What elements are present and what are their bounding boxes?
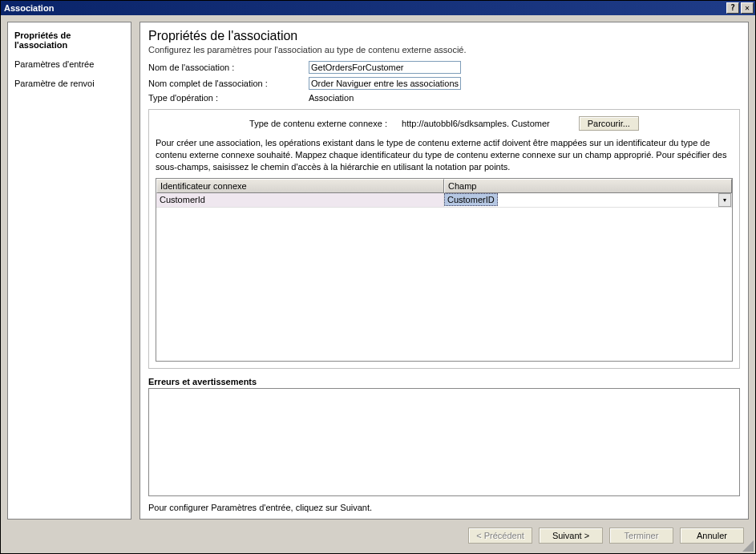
sidebar-item-return-param[interactable]: Paramètre de renvoi bbox=[10, 75, 129, 91]
cancel-button[interactable]: Annuler bbox=[680, 528, 744, 544]
label-related-content-type: Type de contenu externe connexe : bbox=[249, 119, 387, 128]
page-description: Configurez les paramètres pour l'associa… bbox=[148, 45, 740, 55]
label-association-fullname: Nom complet de l'association : bbox=[148, 79, 309, 88]
row-association-fullname: Nom complet de l'association : bbox=[148, 77, 740, 90]
grid-header: Identificateur connexe Champ bbox=[156, 179, 732, 193]
close-icon[interactable]: ✕ bbox=[741, 2, 754, 14]
wizard-footer: < Précédent Suivant > Terminer Annuler bbox=[7, 524, 749, 547]
wizard-sidebar: Propriétés de l'association Paramètres d… bbox=[7, 22, 131, 520]
content-area: Propriétés de l'association Paramètres d… bbox=[1, 15, 755, 553]
sidebar-item-properties[interactable]: Propriétés de l'association bbox=[10, 27, 129, 53]
errors-listbox[interactable] bbox=[148, 388, 740, 496]
titlebar: Association ? ✕ bbox=[1, 1, 755, 15]
cell-field-text: CustomerID bbox=[444, 193, 498, 206]
related-content-panel: Type de contenu externe connexe : http:/… bbox=[148, 109, 740, 369]
footer-hint: Pour configurer Paramètres d'entrée, cli… bbox=[148, 503, 740, 512]
main-panel: Propriétés de l'association Configurez l… bbox=[139, 22, 749, 520]
sidebar-item-label: Paramètre de renvoi bbox=[14, 79, 95, 88]
related-content-header: Type de contenu externe connexe : http:/… bbox=[156, 116, 733, 131]
browse-button[interactable]: Parcourir... bbox=[579, 116, 639, 131]
sidebar-item-input-params[interactable]: Paramètres d'entrée bbox=[10, 56, 129, 72]
row-operation-type: Type d'opération : Association bbox=[148, 93, 740, 103]
value-operation-type: Association bbox=[309, 93, 354, 103]
row-association-name: Nom de l'association : bbox=[148, 61, 740, 74]
chevron-down-icon[interactable]: ▾ bbox=[718, 193, 731, 207]
cell-field[interactable]: CustomerID ▾ bbox=[444, 193, 732, 208]
cell-identifier-text: CustomerId bbox=[160, 195, 205, 204]
mapping-help-text: Pour créer une association, les opératio… bbox=[156, 137, 733, 173]
value-related-content-type: http://autobbl6/sdksamples. Customer bbox=[402, 119, 550, 128]
grid-row[interactable]: CustomerId CustomerID ▾ bbox=[156, 193, 732, 208]
finish-button[interactable]: Terminer bbox=[609, 528, 673, 544]
identifier-mapping-grid: Identificateur connexe Champ CustomerId … bbox=[156, 178, 733, 362]
cell-identifier: CustomerId bbox=[156, 193, 444, 208]
sidebar-item-label: Paramètres d'entrée bbox=[14, 59, 94, 69]
prev-button[interactable]: < Précédent bbox=[468, 528, 532, 544]
page-title: Propriétés de l'association bbox=[148, 29, 740, 43]
errors-heading: Erreurs et avertissements bbox=[148, 377, 740, 386]
help-icon[interactable]: ? bbox=[726, 2, 739, 14]
titlebar-buttons: ? ✕ bbox=[725, 2, 754, 14]
grid-header-identifier[interactable]: Identificateur connexe bbox=[156, 179, 444, 193]
label-operation-type: Type d'opération : bbox=[148, 93, 309, 103]
dialog-window: Association ? ✕ Propriétés de l'associat… bbox=[0, 0, 756, 554]
sidebar-item-label: Propriétés de l'association bbox=[14, 30, 71, 50]
next-button[interactable]: Suivant > bbox=[539, 528, 603, 544]
input-association-fullname[interactable] bbox=[309, 77, 461, 90]
input-association-name[interactable] bbox=[309, 61, 461, 74]
grid-header-field[interactable]: Champ bbox=[444, 179, 732, 193]
grid-body: CustomerId CustomerID ▾ bbox=[156, 193, 732, 361]
label-association-name: Nom de l'association : bbox=[148, 63, 309, 72]
window-title: Association bbox=[4, 3, 725, 13]
